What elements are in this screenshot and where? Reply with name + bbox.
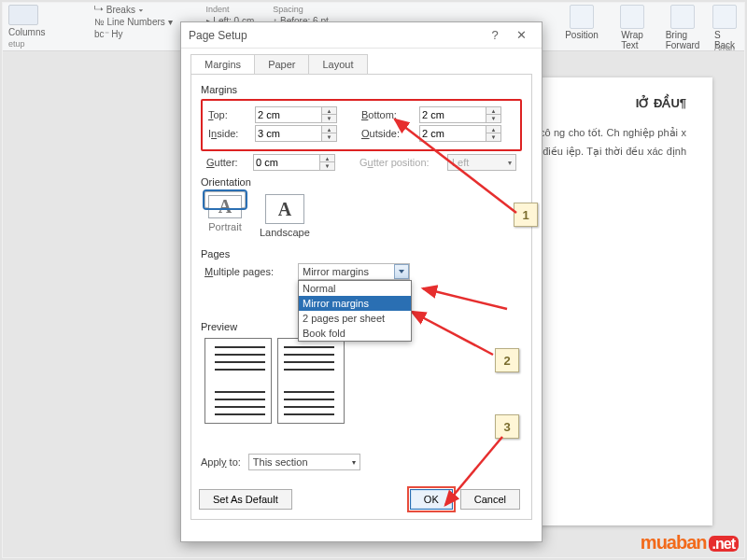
page-setup-dialog: Page Setup ? ✕ Margins Paper Layout Marg… (180, 21, 543, 542)
inside-label: Inside: (208, 128, 251, 139)
indent-label: Indent (206, 5, 255, 14)
option-normal[interactable]: Normal (299, 281, 411, 296)
wrap-text-button[interactable]: WrapText (610, 5, 655, 50)
cancel-button[interactable]: Cancel (460, 489, 520, 510)
gutter-pos-label: Gutter position: (359, 157, 444, 168)
callout-3: 3 (495, 414, 519, 439)
tab-margins[interactable]: Margins (190, 54, 255, 74)
gutter-spinner[interactable]: ▲▼ (253, 154, 335, 171)
landscape-icon: A (265, 194, 304, 224)
chevron-down-icon[interactable] (394, 264, 409, 279)
callout-2: 2 (495, 348, 519, 372)
apply-to-select[interactable]: This section▾ (248, 454, 360, 470)
orientation-landscape[interactable]: A Landscape (257, 191, 313, 241)
gutter-pos-select: Left▾ (447, 154, 516, 171)
outside-label: Outside: (361, 128, 416, 139)
top-spinner[interactable]: ▲▼ (255, 106, 337, 123)
ok-button[interactable]: OK (410, 489, 453, 510)
columns-icon[interactable] (8, 5, 38, 25)
set-as-default-button[interactable]: Set As Default (199, 489, 292, 510)
callout-1: 1 (514, 203, 538, 227)
setup-group-label: etup (8, 39, 76, 49)
orientation-portrait[interactable]: A Portrait (204, 191, 246, 208)
outside-spinner[interactable]: ▲▼ (419, 125, 501, 142)
breaks[interactable]: ⮡ Breaks ▾ (94, 5, 173, 15)
dialog-title: Page Setup (189, 22, 247, 49)
multiple-pages-label: Multiple pages: (204, 266, 290, 277)
bring-forward-button[interactable]: BringForward (660, 5, 705, 50)
spacing-label: Spacing (273, 5, 329, 14)
option-2-per-sheet[interactable]: 2 pages per sheet (299, 311, 411, 326)
bottom-label: Bottom: (361, 109, 416, 120)
option-book-fold[interactable]: Book fold (299, 326, 411, 341)
preview-page-left (204, 338, 272, 424)
preview-pages (204, 338, 522, 424)
margins-group-label: Margins (201, 84, 522, 95)
tab-paper[interactable]: Paper (254, 54, 309, 74)
margins-highlight-box: Top: ▲▼ Bottom: ▲▼ Inside: ▲▼ Outside: ▲… (201, 99, 522, 151)
preview-page-right (277, 338, 345, 424)
option-mirror-margins[interactable]: Mirror margins (299, 296, 411, 311)
multiple-pages-combo[interactable]: Mirror margins Normal Mirror margins 2 p… (298, 263, 410, 280)
inside-spinner[interactable]: ▲▼ (255, 125, 337, 142)
help-button[interactable]: ? (482, 25, 508, 46)
bottom-spinner[interactable]: ▲▼ (419, 106, 501, 123)
pages-group-label: Pages (201, 248, 522, 259)
dialog-tabs: Margins Paper Layout (181, 49, 542, 74)
gutter-label: Gutter: (206, 157, 249, 168)
hyphenation[interactable]: bc⁻ Hy (94, 29, 173, 39)
multiple-pages-dropdown: Normal Mirror margins 2 pages per sheet … (298, 280, 412, 342)
line-numbers[interactable]: № Line Numbers ▾ (94, 17, 173, 27)
top-label: Top: (208, 109, 251, 120)
close-button[interactable]: ✕ (508, 25, 534, 46)
orientation-group-label: Orientation (201, 176, 522, 188)
tab-layout[interactable]: Layout (308, 54, 367, 74)
columns-label: Columns (8, 27, 76, 37)
portrait-icon: A (208, 195, 242, 218)
watermark: muaban.net (641, 532, 739, 553)
position-button[interactable]: Position (559, 5, 604, 50)
apply-to-label: Apply to: (201, 456, 241, 468)
